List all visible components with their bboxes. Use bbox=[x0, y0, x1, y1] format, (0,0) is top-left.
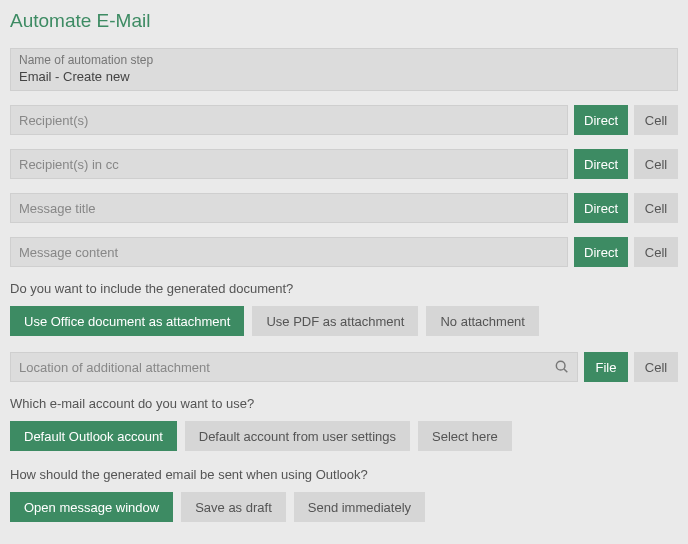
recipients-direct-button[interactable]: Direct bbox=[574, 105, 628, 135]
attachment-location-input[interactable]: Location of additional attachment bbox=[10, 352, 578, 382]
open-message-window-button[interactable]: Open message window bbox=[10, 492, 173, 522]
use-office-attachment-button[interactable]: Use Office document as attachment bbox=[10, 306, 244, 336]
subject-input[interactable]: Message title bbox=[10, 193, 568, 223]
no-attachment-button[interactable]: No attachment bbox=[426, 306, 539, 336]
content-cell-button[interactable]: Cell bbox=[634, 237, 678, 267]
select-account-button[interactable]: Select here bbox=[418, 421, 512, 451]
attachment-cell-button[interactable]: Cell bbox=[634, 352, 678, 382]
svg-point-0 bbox=[556, 361, 565, 370]
save-as-draft-button[interactable]: Save as draft bbox=[181, 492, 286, 522]
automation-name-value: Email - Create new bbox=[19, 69, 669, 84]
automation-name-field[interactable]: Name of automation step Email - Create n… bbox=[10, 48, 678, 91]
include-doc-question: Do you want to include the generated doc… bbox=[10, 281, 678, 296]
automation-name-label: Name of automation step bbox=[19, 53, 669, 67]
attachment-file-button[interactable]: File bbox=[584, 352, 628, 382]
svg-line-1 bbox=[564, 369, 567, 372]
account-question: Which e-mail account do you want to use? bbox=[10, 396, 678, 411]
default-user-settings-button[interactable]: Default account from user settings bbox=[185, 421, 410, 451]
send-immediately-button[interactable]: Send immediately bbox=[294, 492, 425, 522]
subject-cell-button[interactable]: Cell bbox=[634, 193, 678, 223]
use-pdf-attachment-button[interactable]: Use PDF as attachment bbox=[252, 306, 418, 336]
content-input[interactable]: Message content bbox=[10, 237, 568, 267]
default-outlook-button[interactable]: Default Outlook account bbox=[10, 421, 177, 451]
send-method-question: How should the generated email be sent w… bbox=[10, 467, 678, 482]
content-direct-button[interactable]: Direct bbox=[574, 237, 628, 267]
search-icon[interactable] bbox=[547, 352, 577, 382]
subject-direct-button[interactable]: Direct bbox=[574, 193, 628, 223]
recipients-input[interactable]: Recipient(s) bbox=[10, 105, 568, 135]
page-title: Automate E-Mail bbox=[10, 10, 678, 32]
recipients-cell-button[interactable]: Cell bbox=[634, 105, 678, 135]
attachment-location-placeholder: Location of additional attachment bbox=[11, 360, 547, 375]
cc-cell-button[interactable]: Cell bbox=[634, 149, 678, 179]
cc-direct-button[interactable]: Direct bbox=[574, 149, 628, 179]
cc-input[interactable]: Recipient(s) in cc bbox=[10, 149, 568, 179]
